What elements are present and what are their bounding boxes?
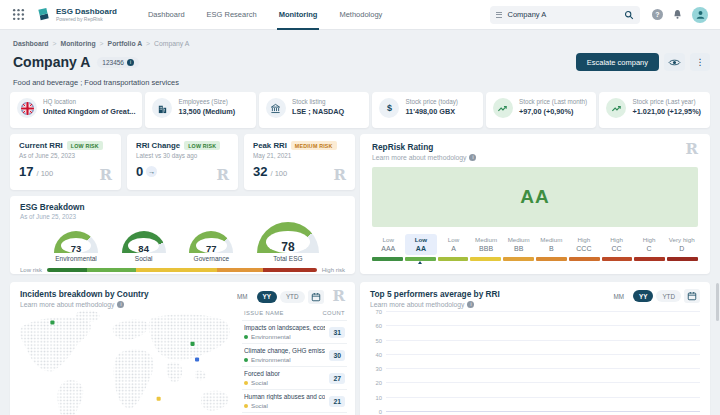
methodology-link[interactable]: Learn more about methodologyi [20,301,149,308]
nav-item-methodology[interactable]: Methodology [328,0,393,30]
map-marker [157,397,161,401]
company-info-row: HQ locationUnited Kingdom of Great...Emp… [10,92,710,128]
rating-card-title: RepRisk Rating [372,142,476,152]
gauge-value: 77 [189,243,233,253]
search-input[interactable] [507,10,619,19]
calendar-button[interactable] [308,290,324,304]
issue-count: 27 [329,373,345,384]
search-box [490,6,640,24]
rri-value-suffix: / 100 [270,169,287,178]
info-card-employees-size: Employees (Size)13,500 (Medium) [145,92,256,128]
y-axis-tick: 0 [368,409,382,415]
period-toggle-yy[interactable]: YY [257,291,277,303]
gridline [386,325,700,326]
info-card-value: LSE ; NASDAQ [292,107,344,116]
top5-performers-card: Top 5 performers average by RRI Learn mo… [360,282,710,415]
info-card-label: Stock price (Last year) [632,98,701,105]
nav-item-esg-research[interactable]: ESG Research [196,0,268,30]
rri-card-title: Current RRI [19,141,63,150]
top5-period-controls: MMYYYTD [607,289,700,303]
search-menu-icon[interactable] [496,12,502,18]
gauge-social: 84Social [122,231,166,262]
gauge-value: 73 [54,243,98,253]
scale-grade-label: AAA [372,245,405,252]
top-bar: ESG Dashboard Powered by RepRisk Dashboa… [0,0,720,30]
scale-risk-label: Medium [502,236,535,243]
gauge-value: 84 [122,243,166,253]
search-icon[interactable] [624,10,634,20]
rating-scale-segment-cc [602,257,633,261]
main-nav: DashboardESG ResearchMonitoringMethodolo… [137,0,393,30]
reprisk-logo: R [333,289,345,304]
brand-logo-icon [36,7,51,22]
visibility-button[interactable] [664,53,685,71]
reprisk-logo: R [686,142,698,157]
info-card-stock-price-last-month: Stock price (Last month)+97,00 (+0,90%) [486,92,597,128]
risk-badge: MEDIUM RISK [291,141,337,150]
selected-rating-marker [418,261,422,264]
category-label: Social [251,379,268,386]
rating-scale-segment-aaa [372,257,403,261]
category-label: Environmental [251,356,291,363]
period-toggle-ytd[interactable]: YTD [280,291,305,303]
map-marker [50,321,54,325]
arrow-right-icon: → [146,166,157,177]
info-icon[interactable]: i [127,59,134,66]
scale-risk-label: High [633,236,666,243]
help-icon[interactable]: ? [652,9,663,20]
y-axis-tick: 70 [368,309,382,315]
breadcrumb-separator: > [53,40,57,47]
rri-bar-chart: 010203040506070 [386,312,700,412]
methodology-link[interactable]: Learn more about methodologyi [370,301,500,308]
breadcrumb-separator: > [146,40,150,47]
table-row[interactable]: Forced laborSocial27 [242,367,347,390]
scale-risk-label: Low [437,236,470,243]
rating-scale-bar [372,257,698,261]
risk-badge: LOW RISK [184,141,220,150]
breadcrumb-item-dashboard[interactable]: Dashboard [13,40,49,47]
info-icon: i [117,301,124,308]
app-tagline: Powered by RepRisk [56,16,117,22]
more-options-button[interactable]: ⋮ [690,53,710,71]
breadcrumb-item-portfolio-a[interactable]: Portfolio A [108,40,142,47]
calendar-icon [311,292,321,302]
info-card-label: Stock price (Last month) [519,98,587,105]
period-toggle-yy[interactable]: YY [633,290,653,302]
info-card-label: Stock listing [292,98,344,105]
issue-name: Impacts on landscapes, ecosystems an... [244,324,325,331]
rri-card-subtitle: As of June 25, 2023 [19,152,112,159]
incidents-by-country-card: Incidents breakdown by Country Learn mor… [10,282,355,415]
scale-grade-label: C [633,245,666,252]
table-row[interactable]: Impacts on landscapes, ecosystems an...E… [242,321,347,344]
app-launcher-icon[interactable] [12,8,26,22]
scrollbar[interactable] [716,283,719,321]
calendar-button[interactable] [684,289,700,303]
world-map [14,308,240,415]
esg-card-subtitle: As of June 25, 2023 [20,213,345,220]
notifications-icon[interactable] [672,9,683,20]
rating-scale-col-cc: HighCC [600,234,633,255]
table-row[interactable]: Climate change, GHG emissions, and gl...… [242,344,347,367]
app-title: ESG Dashboard [56,7,117,16]
rating-scale-segment-bbb [470,257,501,261]
period-toggle-ytd[interactable]: YTD [656,290,681,302]
period-toggle-mm[interactable]: MM [231,291,254,303]
rri-card-title: Peak RRI [253,141,287,150]
rri-card-title: RRI Change [136,141,180,150]
avatar[interactable] [692,7,708,23]
col-count: COUNT [322,310,345,316]
gridline [386,397,700,398]
breadcrumb-item-monitoring[interactable]: Monitoring [61,40,96,47]
nav-item-dashboard[interactable]: Dashboard [137,0,196,30]
low-risk-label: Low risk [20,267,42,273]
info-card-label: HQ location [43,98,135,105]
rating-scale-segment-d [667,257,698,261]
period-toggle-mm[interactable]: MM [607,290,630,302]
escalate-company-button[interactable]: Escalate company [576,53,659,71]
nav-item-monitoring[interactable]: Monitoring [268,0,329,30]
info-card-hq-location: HQ locationUnited Kingdom of Great... [10,92,142,128]
methodology-link[interactable]: Learn more about methodologyi [372,154,476,161]
table-row[interactable]: Human rights abuses and corporate co...S… [242,390,347,413]
continents [20,310,230,415]
info-card-label: Stock price (today) [405,98,458,105]
